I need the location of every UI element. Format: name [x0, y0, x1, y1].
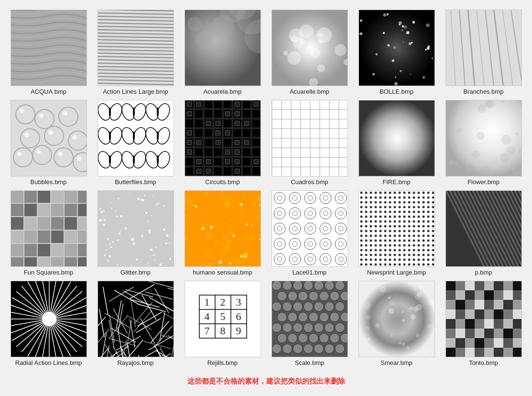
svg-point-605 — [393, 196, 396, 198]
svg-point-650 — [403, 258, 405, 261]
texture-item-fire[interactable]: FIRE.bmp — [356, 100, 437, 187]
texture-item-bubbles[interactable]: Bubbles.bmp — [8, 100, 89, 187]
svg-point-958 — [399, 342, 401, 344]
svg-rect-1020 — [494, 290, 503, 300]
texture-item-butterflies[interactable]: Butterflies.bmp — [95, 100, 176, 187]
texture-item-scale[interactable]: Scale.bmp — [269, 281, 350, 367]
svg-rect-288 — [24, 190, 37, 203]
texture-thumb-funsquares — [11, 190, 87, 267]
svg-point-365 — [102, 217, 103, 218]
svg-rect-199 — [225, 150, 230, 154]
texture-label-flower: Flower.bmp — [467, 178, 499, 187]
svg-rect-316 — [78, 244, 87, 256]
texture-item-acqua[interactable]: ACQUA.bmp — [8, 10, 89, 96]
svg-point-916 — [298, 333, 308, 343]
texture-item-glitter[interactable]: Glitter.bmp — [95, 190, 176, 277]
svg-point-439 — [201, 227, 204, 231]
svg-point-509 — [365, 196, 367, 198]
svg-rect-1027 — [503, 281, 513, 290]
texture-item-smear[interactable]: Smear.bmp — [356, 281, 437, 367]
svg-point-348 — [131, 238, 134, 241]
svg-point-108 — [17, 152, 22, 156]
texture-item-flower[interactable]: Flower.bmp — [443, 100, 524, 187]
svg-point-492 — [360, 191, 362, 194]
texture-item-acuarelle[interactable]: Acuarelle.bmp — [269, 10, 350, 96]
svg-point-658 — [408, 220, 410, 222]
svg-rect-1008 — [475, 329, 484, 338]
svg-rect-0 — [11, 10, 87, 86]
svg-point-696 — [417, 249, 420, 251]
svg-point-380 — [211, 251, 213, 253]
svg-point-544 — [374, 210, 377, 213]
texture-item-cuadros[interactable]: Cuadros.bmp — [269, 100, 350, 187]
svg-point-55 — [387, 44, 390, 46]
texture-label-bolle: BOLLE.bmp — [380, 88, 413, 96]
svg-point-668 — [413, 191, 415, 194]
svg-point-745 — [432, 253, 434, 256]
texture-item-radial[interactable]: Radial Action Lines.bmp — [8, 281, 89, 367]
texture-item-branches[interactable]: Branches.bmp — [443, 10, 524, 96]
svg-point-963 — [406, 346, 409, 350]
texture-item-bolle[interactable]: BOLLE.bmp — [356, 10, 437, 96]
texture-item-p[interactable]: p.bmp — [443, 190, 524, 277]
texture-item-circuits[interactable]: Circuits.bmp — [182, 100, 263, 187]
svg-point-595 — [389, 225, 391, 227]
svg-rect-305 — [51, 257, 64, 267]
svg-rect-282 — [11, 190, 23, 203]
texture-thumb-fire — [358, 100, 435, 176]
svg-point-530 — [369, 220, 372, 222]
svg-rect-1033 — [503, 338, 513, 348]
svg-point-558 — [379, 201, 381, 203]
svg-rect-1005 — [475, 300, 484, 309]
svg-point-334 — [109, 255, 111, 257]
svg-point-663 — [408, 244, 410, 246]
texture-item-acuarela[interactable]: Acuarela.bmp — [182, 10, 263, 96]
svg-point-546 — [374, 220, 377, 222]
svg-point-933 — [330, 291, 339, 301]
svg-point-728 — [427, 249, 429, 251]
svg-point-79 — [432, 57, 433, 59]
texture-label-bubbles: Bubbles.bmp — [31, 178, 67, 187]
svg-point-524 — [369, 191, 372, 194]
svg-point-343 — [111, 241, 114, 243]
texture-item-lace[interactable]: Lace01.bmp — [269, 190, 350, 277]
svg-point-623 — [398, 206, 401, 208]
svg-point-900 — [277, 312, 287, 322]
svg-point-82 — [408, 42, 411, 45]
svg-rect-997 — [465, 300, 475, 309]
svg-point-977 — [388, 308, 394, 314]
svg-point-572 — [384, 191, 386, 194]
texture-item-funsquares[interactable]: Fun Squares.bmp — [8, 190, 89, 277]
svg-point-542 — [374, 201, 377, 203]
svg-point-525 — [369, 196, 372, 198]
svg-point-702 — [422, 201, 424, 203]
svg-rect-221 — [244, 121, 249, 126]
svg-point-110 — [36, 149, 41, 154]
texture-item-tonto[interactable]: Tonto.bmp — [443, 281, 524, 367]
svg-rect-1031 — [503, 319, 513, 329]
texture-item-newsprint[interactable]: Newsprint Large.bmp — [356, 190, 437, 277]
svg-rect-1003 — [475, 281, 484, 290]
svg-point-912 — [298, 291, 308, 301]
svg-point-414 — [240, 210, 243, 213]
svg-point-83 — [426, 47, 429, 50]
svg-point-265 — [500, 153, 510, 163]
svg-point-413 — [225, 245, 230, 250]
texture-item-actionlines[interactable]: Action Lines Large.bmp — [95, 10, 176, 96]
svg-point-936 — [325, 323, 334, 332]
svg-point-589 — [389, 196, 391, 198]
texture-item-rejills[interactable]: 123456789Rejills.bmp — [182, 281, 263, 367]
svg-point-557 — [379, 196, 381, 198]
svg-point-425 — [254, 202, 255, 203]
svg-point-612 — [393, 230, 396, 232]
svg-point-496 — [360, 210, 362, 213]
svg-point-681 — [413, 253, 415, 256]
svg-rect-1001 — [465, 338, 475, 348]
svg-point-965 — [375, 323, 379, 328]
texture-item-rayajos[interactable]: Rayajos.bmp — [95, 281, 176, 367]
texture-item-humano[interactable]: humano sensual.bmp — [182, 190, 263, 277]
svg-point-718 — [427, 201, 429, 203]
svg-point-534 — [369, 239, 372, 242]
svg-point-633 — [398, 253, 401, 256]
svg-point-514 — [365, 220, 367, 222]
